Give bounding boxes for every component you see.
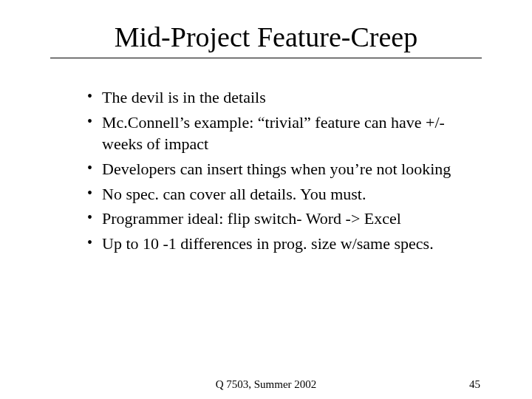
slide-title: Mid-Project Feature-Creep xyxy=(52,21,480,53)
list-item: Programmer ideal: flip switch- Word -> E… xyxy=(87,208,480,230)
list-item: The devil is in the details xyxy=(87,86,480,109)
slide: Mid-Project Feature-Creep The devil is i… xyxy=(0,0,532,399)
page-number: 45 xyxy=(469,378,480,391)
footer-center-text: Q 7503, Summer 2002 xyxy=(216,378,317,391)
list-item: Up to 10 -1 differences in prog. size w/… xyxy=(87,233,480,255)
list-item: No spec. can cover all details. You must… xyxy=(87,183,480,205)
title-underline xyxy=(50,58,482,58)
list-item: Mc.Connell’s example: “trivial” feature … xyxy=(87,112,480,155)
list-item: Developers can insert things when you’re… xyxy=(87,158,480,180)
bullet-list: The devil is in the details Mc.Connell’s… xyxy=(52,86,480,255)
